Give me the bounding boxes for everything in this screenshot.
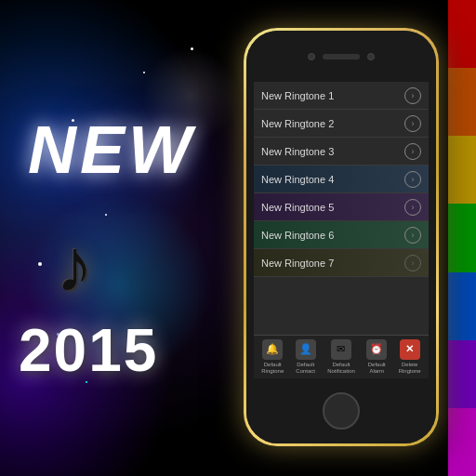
- chevron-icon-3: ›: [404, 143, 421, 160]
- color-bars: [448, 0, 476, 476]
- phone-bottom-bar: [246, 378, 436, 443]
- speaker-grill: [323, 54, 360, 60]
- phone-device: New Ringtone 1 › New Ringtone 2 › New Ri…: [244, 28, 439, 446]
- default-alarm-icon: ⏰: [366, 339, 387, 360]
- phone-top-bar: [246, 31, 436, 82]
- ringtone-item-6[interactable]: New Ringtone 6 ›: [254, 221, 429, 249]
- front-camera: [367, 53, 375, 60]
- ringtone-item-5[interactable]: New Ringtone 5 ›: [254, 193, 429, 221]
- default-alarm-label: DefaultAlarm: [368, 362, 386, 375]
- ringtone-name-7: New Ringtone 7: [261, 258, 334, 269]
- default-ringtone-button[interactable]: 🔔 DefaultRingtone: [261, 339, 284, 375]
- delete-ringtone-icon: ✕: [400, 339, 420, 360]
- default-contact-label: DefaultContact: [296, 362, 315, 375]
- phone-screen: New Ringtone 1 › New Ringtone 2 › New Ri…: [254, 82, 429, 378]
- home-button[interactable]: [323, 392, 360, 430]
- default-notification-label: DefaultNotification: [327, 362, 355, 375]
- ringtone-item-2[interactable]: New Ringtone 2 ›: [254, 110, 429, 138]
- ringtone-name-3: New Ringtone 3: [261, 146, 334, 157]
- music-note-icon: ♪: [56, 223, 93, 309]
- ringtone-item-7[interactable]: New Ringtone 7 ›: [254, 249, 429, 277]
- ringtone-name-5: New Ringtone 5: [261, 202, 334, 213]
- year-label: 2015: [19, 316, 158, 385]
- chevron-icon-7: ›: [404, 255, 421, 271]
- default-ringtone-icon: 🔔: [262, 339, 283, 360]
- context-menu: 🔔 DefaultRingtone 👤 DefaultContact ✉ Def…: [254, 335, 429, 378]
- default-notification-icon: ✉: [331, 339, 351, 360]
- default-alarm-button[interactable]: ⏰ DefaultAlarm: [366, 339, 387, 375]
- ringtone-name-4: New Ringtone 4: [261, 174, 334, 185]
- chevron-icon-4: ›: [404, 171, 421, 188]
- default-contact-icon: 👤: [296, 339, 316, 360]
- default-notification-button[interactable]: ✉ DefaultNotification: [327, 339, 355, 375]
- chevron-icon-6: ›: [404, 227, 421, 244]
- ringtone-item-4[interactable]: New Ringtone 4 ›: [254, 165, 429, 193]
- chevron-icon-5: ›: [404, 199, 421, 216]
- default-ringtone-label: DefaultRingtone: [261, 362, 284, 375]
- ringtone-item-1[interactable]: New Ringtone 1 ›: [254, 82, 429, 110]
- default-contact-button[interactable]: 👤 DefaultContact: [296, 339, 316, 375]
- ringtone-name-1: New Ringtone 1: [261, 90, 334, 101]
- ringtone-list: New Ringtone 1 › New Ringtone 2 › New Ri…: [254, 82, 429, 277]
- ringtone-item-3[interactable]: New Ringtone 3 ›: [254, 138, 429, 165]
- new-label: NEW: [28, 112, 195, 188]
- camera-dot: [308, 53, 315, 60]
- chevron-icon-1: ›: [404, 87, 421, 104]
- delete-ringtone-button[interactable]: ✕ DeleteRingtone: [399, 339, 421, 375]
- chevron-icon-2: ›: [404, 115, 421, 132]
- ringtone-name-2: New Ringtone 2: [261, 118, 334, 129]
- delete-ringtone-label: DeleteRingtone: [399, 362, 421, 375]
- ringtone-name-6: New Ringtone 6: [261, 230, 334, 241]
